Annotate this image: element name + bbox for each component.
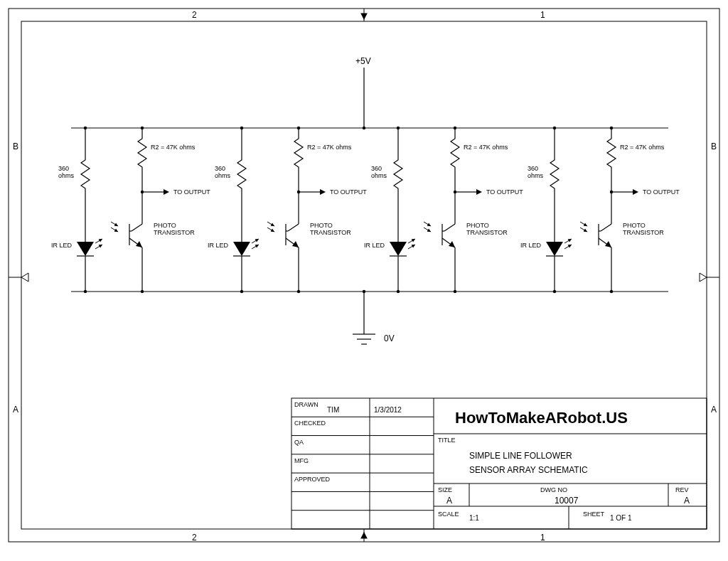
scale-value: 1:1 xyxy=(469,514,479,522)
sensor-stage-2 xyxy=(208,127,367,293)
approval-key: DRAWN xyxy=(294,401,318,408)
svg-point-41 xyxy=(363,290,365,293)
svg-text:SHEET: SHEET xyxy=(583,511,605,518)
size-value: A xyxy=(446,496,452,506)
approval-date: 1/3/2012 xyxy=(374,406,402,414)
circuit: +5V 0V xyxy=(51,56,680,344)
approval-grid: DRAWNTIM1/3/2012CHECKEDQAMFGAPPROVED xyxy=(291,398,434,529)
svg-text:A: A xyxy=(711,405,717,415)
dwg-no: 10007 xyxy=(555,496,579,506)
svg-point-38 xyxy=(363,127,365,129)
approval-name: TIM xyxy=(327,406,339,414)
title-label: TITLE xyxy=(438,437,456,444)
svg-text:1: 1 xyxy=(540,533,545,543)
vcc-label: +5V xyxy=(355,56,371,66)
title-line1: SIMPLE LINE FOLLOWER xyxy=(469,451,572,461)
svg-text:A: A xyxy=(13,405,18,415)
svg-text:1: 1 xyxy=(540,10,545,20)
title-line2: SENSOR ARRAY SCHEMATIC xyxy=(469,465,588,475)
sheet-value: 1 OF 1 xyxy=(610,514,632,522)
svg-text:DWG NO: DWG NO xyxy=(540,486,567,493)
svg-text:2: 2 xyxy=(192,10,197,20)
rev-value: A xyxy=(684,496,690,506)
approval-key: CHECKED xyxy=(294,420,326,427)
sensor-stage-3 xyxy=(364,127,523,293)
sensor-stage-4 xyxy=(520,127,680,293)
company-name: HowToMakeARobot.US xyxy=(455,409,628,427)
svg-text:B: B xyxy=(711,141,717,151)
svg-text:SCALE: SCALE xyxy=(438,511,459,518)
gnd-label: 0V xyxy=(384,333,395,343)
svg-text:SIZE: SIZE xyxy=(438,486,452,493)
svg-text:2: 2 xyxy=(192,533,197,543)
approval-key: APPROVED xyxy=(294,476,331,483)
approval-key: MFG xyxy=(294,457,309,464)
title-block: DRAWNTIM1/3/2012CHECKEDQAMFGAPPROVED How… xyxy=(291,398,707,529)
schematic-drawing: 360ohms IR LED TO OUTPUT R2 = 47K ohms P… xyxy=(0,0,728,561)
svg-text:REV: REV xyxy=(675,486,689,493)
sensor-stage-1 xyxy=(51,127,210,293)
approval-key: QA xyxy=(294,439,304,446)
svg-text:B: B xyxy=(13,141,18,151)
